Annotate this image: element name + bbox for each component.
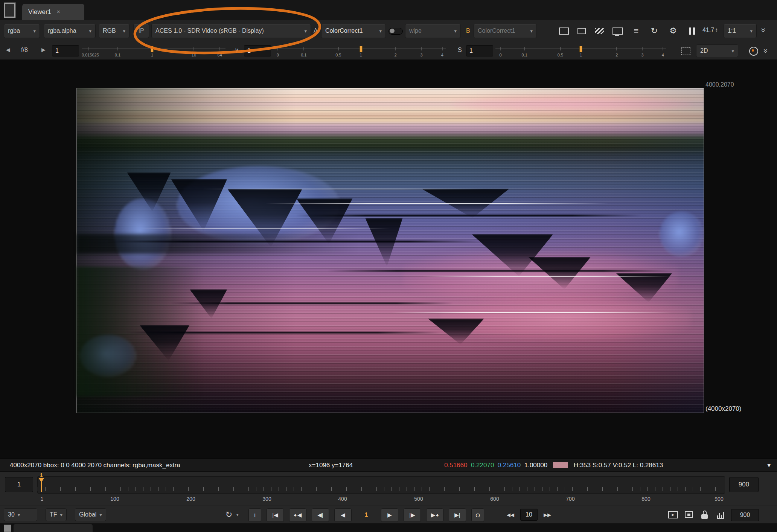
bottom-panel-edge	[0, 523, 777, 532]
pane-layout-icon[interactable]	[4, 2, 16, 18]
lock-icon	[701, 511, 708, 519]
jump-back-button[interactable]: ◀◀	[504, 508, 516, 521]
gamma-slider-handle[interactable]	[360, 46, 363, 52]
loop-caret-icon[interactable]: ▾	[236, 512, 239, 517]
gain-input[interactable]: 1	[52, 45, 79, 56]
b-node-dropdown[interactable]: ColorCorrect1 ▾	[474, 24, 537, 38]
render-icon[interactable]	[683, 508, 695, 521]
bottom-panel-tab[interactable]	[14, 524, 93, 532]
saturation-input[interactable]: 1	[466, 45, 493, 56]
roi-icon[interactable]	[681, 47, 690, 55]
pane-layout-icon-inner	[5, 4, 14, 17]
tf-select-value: TF	[50, 511, 57, 518]
gamma-input[interactable]: 1	[244, 45, 271, 56]
alpha-layer-value: rgba.alpha	[48, 27, 76, 34]
alpha-layer-dropdown[interactable]: rgba.alpha ▾	[44, 24, 96, 38]
playback-bar: 30 ▾ TF ▾ Global ▾ ↻ ▾ I |◀ ◆◀ ◀| ◀ 1 ▶ …	[0, 506, 777, 524]
exposure-toolbar: ◀ f/8 ▶ 1 0.015625 0.1 1 10 64 γ 1 0 0.1…	[0, 42, 777, 60]
chevron-down-icon: ▾	[33, 28, 36, 34]
gamma-value: 1	[247, 47, 251, 54]
gain-value: 1	[55, 47, 59, 54]
collapse-toolbar-icon[interactable]: »	[759, 28, 768, 32]
refresh-icon[interactable]: ↻	[648, 24, 661, 38]
wipe-mode-dropdown[interactable]: wipe ▾	[405, 24, 461, 38]
fstop-prev-icon[interactable]: ◀	[6, 47, 10, 53]
loop-mode-icon[interactable]: ↻	[223, 508, 235, 521]
next-keyframe-button[interactable]: ▶◆	[426, 508, 443, 522]
histogram-icon[interactable]	[715, 508, 727, 521]
glitch-dark-streak	[296, 215, 641, 216]
a-node-dropdown[interactable]: ColorCorrect1 ▾	[321, 24, 386, 38]
glitch-light-streak	[140, 228, 390, 229]
playback-end-frame[interactable]: 900	[731, 509, 759, 521]
gamma-label[interactable]: γ	[235, 47, 238, 53]
desired-fps-display[interactable]: 41.7 ▴▾	[702, 27, 717, 34]
viewed-image[interactable]	[77, 88, 704, 413]
play-backward-button[interactable]: ◀	[334, 508, 352, 522]
fstop-label[interactable]: f/8	[21, 47, 28, 53]
frame-step-input[interactable]: 10	[520, 509, 538, 521]
alpha-value: 1.00000	[524, 462, 547, 469]
pane-layout-icon-small[interactable]	[4, 524, 11, 532]
gamma-slider[interactable]: 0 0.1 0.5 1 2 3 4	[273, 42, 446, 59]
range-mode-dropdown[interactable]: Global ▾	[75, 508, 106, 521]
prev-keyframe-button[interactable]: ◆◀	[289, 508, 306, 522]
jump-forward-button[interactable]: ▶▶	[541, 508, 553, 521]
flipbook-icon[interactable]: ▶	[667, 508, 679, 521]
tab-close-icon[interactable]: ×	[56, 8, 60, 16]
gain-slider[interactable]: 0.015625 0.1 1 10 64	[82, 42, 225, 59]
input-process-toggle[interactable]: IP	[133, 24, 149, 38]
saturation-slider-handle[interactable]	[579, 46, 582, 52]
pause-updates-icon[interactable]	[685, 24, 699, 38]
current-frame-display[interactable]: 1	[357, 511, 376, 519]
hsvl-values: H:353 S:0.57 V:0.52 L: 0.28613	[574, 462, 663, 469]
set-out-button[interactable]: O	[471, 508, 484, 522]
fstop-next-icon[interactable]: ▶	[41, 47, 46, 53]
rect-outline-small-icon	[577, 28, 586, 34]
display-channels-dropdown[interactable]: RGB ▾	[99, 24, 130, 38]
ab-toggle[interactable]	[388, 28, 403, 35]
viewer-canvas[interactable]: 4000,2070 (4000x2070)	[0, 59, 777, 459]
range-start-input[interactable]: 1	[5, 477, 33, 492]
channel-layer-value: rgba	[8, 27, 20, 34]
first-frame-button[interactable]: |◀	[267, 508, 284, 522]
last-frame-button[interactable]: ▶|	[449, 508, 466, 522]
timeline-track[interactable]	[37, 476, 725, 494]
range-end-input[interactable]: 900	[729, 477, 759, 492]
play-forward-button[interactable]: ▶	[381, 508, 398, 522]
set-in-button[interactable]: I	[248, 508, 261, 522]
zoom-level-dropdown[interactable]: 1:1 ▾	[724, 24, 757, 38]
step-forward-button[interactable]: |▶	[404, 508, 421, 522]
fps-spinner-icon[interactable]: ▴▾	[716, 28, 717, 33]
checkerboard-icon[interactable]	[593, 24, 606, 38]
color-sample-icon[interactable]	[749, 47, 758, 56]
channel-layer-dropdown[interactable]: rgba ▾	[4, 24, 40, 38]
viewer-menu-icon[interactable]: ≡	[629, 24, 643, 38]
view-dimension-dropdown[interactable]: 2D ▾	[696, 44, 738, 57]
rect-outline-icon	[559, 27, 569, 35]
b-input-label: B	[466, 27, 470, 34]
timeline: 1 1 100 200 300 400 500 600 700 800 900 …	[0, 471, 777, 506]
fps-dropdown[interactable]: 30 ▾	[4, 508, 37, 521]
saturation-slider[interactable]: 0 0.1 0.5 1 2 3 4	[495, 42, 666, 59]
glitch-light-streak	[422, 276, 672, 277]
viewer-process-dropdown[interactable]: ACES 1.0 - SDR Video (sRGB - Display) ▾	[151, 24, 311, 38]
range-start-value: 1	[17, 481, 21, 488]
gain-slider-handle[interactable]	[151, 46, 154, 52]
tab-viewer1[interactable]: Viewer1 ×	[22, 4, 84, 20]
gear-icon[interactable]: ⚙	[666, 24, 680, 38]
gain-display-icon[interactable]	[557, 24, 571, 38]
glitch-dark-band	[77, 234, 359, 254]
proxy-display-icon[interactable]	[575, 24, 588, 38]
fps-select-value: 30	[8, 511, 15, 518]
collapse-controls-icon[interactable]: »	[761, 49, 771, 53]
glitch-pink-patch	[440, 296, 691, 341]
timeline-ruler	[38, 487, 725, 491]
status-options-icon[interactable]: ▼	[766, 462, 772, 468]
lock-range-icon[interactable]	[699, 508, 711, 521]
refresh-glyph: ↻	[651, 27, 658, 35]
step-back-button[interactable]: ◀|	[312, 508, 329, 522]
saturation-label[interactable]: S	[458, 47, 462, 53]
monitor-output-icon[interactable]	[611, 24, 625, 38]
tf-dropdown[interactable]: TF ▾	[46, 508, 67, 521]
